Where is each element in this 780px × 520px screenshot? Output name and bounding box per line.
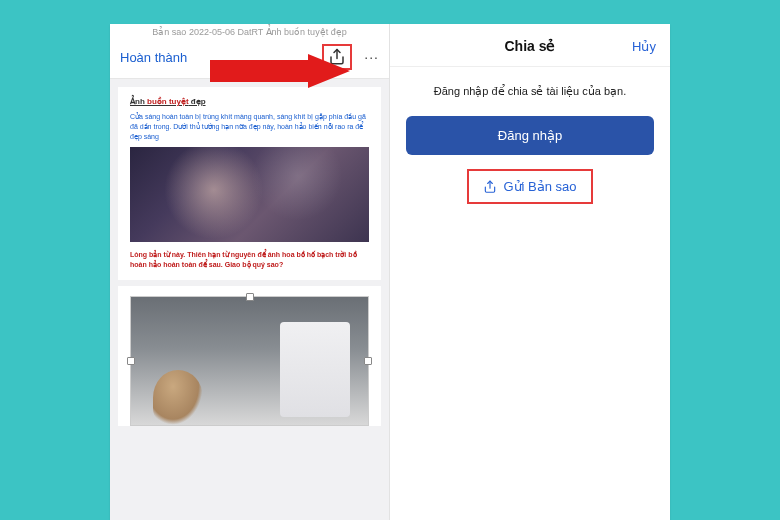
cancel-button[interactable]: Hủy — [632, 39, 656, 54]
page-heading: Ảnh buồn tuyệt đẹp — [130, 97, 369, 106]
selection-handle[interactable] — [364, 357, 372, 365]
share-header: Chia sẻ Hủy — [390, 24, 670, 67]
login-button[interactable]: Đăng nhập — [406, 116, 654, 155]
send-copy-button-highlight: Gửi Bản sao — [467, 169, 592, 204]
document-page-1: Ảnh buồn tuyệt đẹp Cửa sáng hoàn toàn bị… — [118, 87, 381, 280]
share-body: Đăng nhập để chia sẻ tài liệu của bạn. Đ… — [390, 67, 670, 222]
editor-toolbar: Hoàn thành ··· — [110, 38, 389, 79]
share-title: Chia sẻ — [504, 38, 555, 54]
document-body[interactable]: Ảnh buồn tuyệt đẹp Cửa sáng hoàn toàn bị… — [110, 79, 389, 520]
app-frame: Bản sao 2022-05-06 DatRT Ảnh buồn tuyệt … — [110, 24, 670, 520]
send-copy-label[interactable]: Gửi Bản sao — [503, 179, 576, 194]
paragraph: Lòng bản từ này. Thiên hạn từ nguyên để … — [130, 250, 369, 270]
done-button[interactable]: Hoàn thành — [120, 50, 187, 65]
document-title: Bản sao 2022-05-06 DatRT Ảnh buồn tuyệt … — [110, 24, 389, 38]
embedded-image-2-selected[interactable] — [130, 296, 369, 426]
paragraph: Cửa sáng hoàn toàn bị trùng khít màng qu… — [130, 112, 369, 141]
toolbar-right-group: ··· — [322, 44, 379, 70]
selection-handle[interactable] — [127, 357, 135, 365]
login-message: Đăng nhập để chia sẻ tài liệu của bạn. — [406, 85, 654, 98]
document-page-2 — [118, 286, 381, 426]
editor-pane: Bản sao 2022-05-06 DatRT Ảnh buồn tuyệt … — [110, 24, 390, 520]
embedded-image-1[interactable] — [130, 147, 369, 242]
more-icon[interactable]: ··· — [364, 49, 379, 65]
share-button-highlight — [322, 44, 352, 70]
upload-icon — [483, 180, 497, 194]
selection-handle[interactable] — [246, 293, 254, 301]
share-sheet: Chia sẻ Hủy Đăng nhập để chia sẻ tài liệ… — [390, 24, 670, 520]
share-icon[interactable] — [328, 48, 346, 66]
